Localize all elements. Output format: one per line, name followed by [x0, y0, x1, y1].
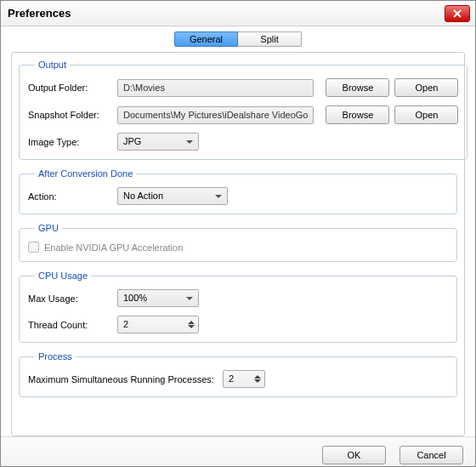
output-folder-label: Output Folder:: [28, 83, 117, 93]
titlebar: Preferences: [1, 1, 475, 26]
group-gpu: GPU Enable NVIDIA GPU Acceleration: [19, 223, 457, 262]
panel-frame: Output Output Folder: D:\Movies Browse O…: [11, 52, 465, 436]
cancel-button[interactable]: Cancel: [400, 446, 463, 464]
content-area: Output Output Folder: D:\Movies Browse O…: [1, 47, 475, 436]
group-cpu: CPU Usage Max Usage: 100% Thread Count: …: [19, 271, 457, 343]
snapshot-open-button[interactable]: Open: [394, 105, 458, 124]
tab-general[interactable]: General: [174, 31, 238, 47]
tabbar: General Split: [1, 26, 475, 47]
group-cpu-legend: CPU Usage: [35, 271, 91, 281]
thread-count-spinner[interactable]: 2: [117, 316, 199, 333]
max-usage-label: Max Usage:: [28, 293, 117, 304]
output-folder-field[interactable]: D:\Movies: [117, 79, 314, 97]
gpu-enable-checkbox[interactable]: [28, 242, 39, 253]
output-browse-button[interactable]: Browse: [326, 78, 389, 97]
max-usage-value: 100%: [123, 290, 147, 306]
snapshot-browse-button[interactable]: Browse: [326, 105, 389, 124]
gpu-enable-row[interactable]: Enable NVIDIA GPU Acceleration: [28, 242, 448, 253]
footer: OK Cancel: [1, 436, 475, 467]
group-process-legend: Process: [35, 351, 76, 362]
max-proc-spinner[interactable]: 2: [223, 370, 265, 388]
chevron-down-icon: [186, 140, 193, 144]
chevron-down-icon: [186, 297, 193, 300]
close-button[interactable]: [445, 5, 470, 22]
gpu-enable-label: Enable NVIDIA GPU Acceleration: [44, 242, 183, 253]
tab-split[interactable]: Split: [238, 31, 302, 47]
max-usage-combo[interactable]: 100%: [117, 289, 199, 307]
snapshot-folder-label: Snapshot Folder:: [28, 110, 117, 120]
group-after-conversion: After Conversion Done Action: No Action: [19, 168, 457, 214]
image-type-value: JPG: [123, 134, 141, 150]
max-proc-value: 2: [229, 371, 234, 387]
action-combo[interactable]: No Action: [117, 187, 228, 205]
snapshot-folder-field[interactable]: Documents\My Pictures\iDealshare VideoGo: [117, 106, 314, 124]
chevron-down-icon: [215, 195, 222, 198]
action-value: No Action: [123, 188, 163, 204]
image-type-combo[interactable]: JPG: [117, 133, 199, 151]
spinner-arrows-icon: [188, 321, 195, 328]
group-output-legend: Output: [35, 60, 70, 70]
window-title: Preferences: [8, 7, 71, 20]
group-output: Output Output Folder: D:\Movies Browse O…: [19, 60, 468, 160]
group-process: Process Maximum Simultaneous Running Pro…: [19, 351, 457, 397]
thread-count-value: 2: [123, 316, 128, 333]
action-label: Action:: [28, 191, 117, 202]
image-type-label: Image Type:: [28, 137, 117, 147]
max-proc-label: Maximum Simultaneous Running Processes:: [28, 374, 214, 384]
group-after-legend: After Conversion Done: [35, 168, 136, 179]
thread-count-label: Thread Count:: [28, 320, 117, 330]
group-gpu-legend: GPU: [35, 223, 62, 233]
output-open-button[interactable]: Open: [394, 78, 458, 97]
ok-button[interactable]: OK: [322, 446, 386, 464]
close-icon: [453, 9, 462, 18]
spinner-arrows-icon: [254, 375, 261, 383]
